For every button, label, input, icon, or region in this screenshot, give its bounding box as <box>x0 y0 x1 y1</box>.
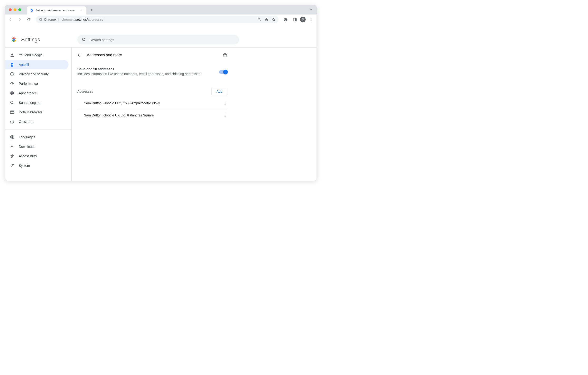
tab-strip: Settings - Addresses and more <box>5 5 317 14</box>
sidebar-item-downloads[interactable]: Downloads <box>5 142 69 151</box>
globe-icon <box>10 135 14 140</box>
sidebar-item-label: Search engine <box>19 101 40 105</box>
svg-point-21 <box>225 56 225 56</box>
sidebar-item-label: On startup <box>19 120 34 123</box>
svg-point-8 <box>311 20 311 21</box>
sidebar-item-system[interactable]: System <box>5 161 69 170</box>
svg-point-14 <box>11 53 13 55</box>
svg-rect-17 <box>10 111 14 114</box>
more-icon[interactable] <box>223 101 227 105</box>
extensions-button[interactable] <box>282 16 289 23</box>
sidebar: You and GoogleAutofillPrivacy and securi… <box>5 48 72 181</box>
sidebar-item-label: Accessibility <box>19 154 37 158</box>
sidebar-item-appearance[interactable]: Appearance <box>5 88 69 98</box>
tab-title: Settings - Addresses and more <box>35 9 78 12</box>
toolbar: Chrome | chrome://settings/addresses S <box>5 14 317 24</box>
more-icon[interactable] <box>223 113 227 117</box>
tabs-dropdown[interactable] <box>308 7 314 13</box>
share-icon[interactable] <box>264 18 268 21</box>
speed-icon <box>10 81 14 86</box>
svg-point-23 <box>225 103 225 104</box>
sidebar-item-you-and-google[interactable]: You and Google <box>5 50 69 60</box>
sidebar-item-default-browser[interactable]: Default browser <box>5 107 69 117</box>
panel: Addresses and more Save and fill address… <box>72 48 233 181</box>
browser-icon <box>10 110 14 114</box>
toggle-title: Save and fill addresses <box>77 67 215 71</box>
settings-header: Settings <box>5 32 317 47</box>
window-minimize[interactable] <box>14 8 16 11</box>
url-text: chrome://settings/addresses <box>61 18 103 21</box>
address-text: Sam Dutton, Google UK Ltd, 6 Pancras Squ… <box>84 113 154 117</box>
add-address-button[interactable]: Add <box>211 88 227 95</box>
reload-button[interactable] <box>25 16 32 23</box>
chrome-logo <box>11 36 17 43</box>
panel-title: Addresses and more <box>87 53 218 57</box>
svg-point-1 <box>40 19 41 20</box>
address-row[interactable]: Sam Dutton, Google UK Ltd, 6 Pancras Squ… <box>77 109 227 121</box>
sidebar-item-label: Default browser <box>19 110 42 114</box>
sidebar-item-label: System <box>19 164 30 168</box>
sidebar-item-performance[interactable]: Performance <box>5 79 69 88</box>
close-icon[interactable] <box>80 9 84 12</box>
search-icon <box>82 37 86 42</box>
svg-point-25 <box>225 114 225 114</box>
clipboard-icon <box>10 62 14 67</box>
svg-point-12 <box>13 39 15 41</box>
gear-icon <box>30 9 33 12</box>
sidebar-item-label: Appearance <box>19 91 37 95</box>
page-title: Settings <box>21 37 40 43</box>
main-content: Addresses and more Save and fill address… <box>72 48 317 181</box>
svg-point-27 <box>225 116 225 117</box>
sidebar-item-search-engine[interactable]: Search engine <box>5 98 69 107</box>
svg-point-19 <box>12 154 12 155</box>
profile-avatar[interactable]: S <box>300 17 306 22</box>
sidebar-item-privacy-and-security[interactable]: Privacy and security <box>5 69 69 79</box>
svg-point-22 <box>225 101 225 102</box>
zoom-icon[interactable] <box>257 18 261 21</box>
tab-settings[interactable]: Settings - Addresses and more <box>27 6 86 14</box>
forward-button[interactable] <box>16 16 23 23</box>
svg-rect-5 <box>295 18 296 21</box>
new-tab-button[interactable] <box>88 6 95 13</box>
accessibility-icon <box>10 154 14 159</box>
save-addresses-toggle[interactable] <box>219 70 227 74</box>
svg-point-7 <box>311 19 311 20</box>
help-icon[interactable] <box>223 53 227 58</box>
search-icon <box>10 100 14 105</box>
search-input[interactable] <box>90 38 235 42</box>
sidebar-item-label: Downloads <box>19 145 35 149</box>
omnibox[interactable]: Chrome | chrome://settings/addresses <box>36 16 279 23</box>
sidebar-item-accessibility[interactable]: Accessibility <box>5 151 69 161</box>
sidebar-item-label: You and Google <box>19 53 42 57</box>
omnibox-chip-label: Chrome <box>44 18 56 21</box>
wrench-icon <box>10 163 14 168</box>
svg-point-26 <box>225 115 225 116</box>
sidebar-item-on-startup[interactable]: On startup <box>5 117 69 126</box>
download-icon <box>10 144 14 149</box>
save-addresses-toggle-row: Save and fill addresses Includes informa… <box>77 63 227 79</box>
overflow-menu[interactable] <box>307 16 315 23</box>
sidebar-item-label: Languages <box>19 135 35 139</box>
back-button[interactable] <box>7 16 14 23</box>
browser-window: Settings - Addresses and more Chrome <box>5 5 317 181</box>
sidebar-item-languages[interactable]: Languages <box>5 132 69 142</box>
sidebar-item-label: Privacy and security <box>19 72 49 76</box>
panel-back-button[interactable] <box>77 53 82 58</box>
address-list: Sam Dutton, Google LLC, 1600 Amphitheatr… <box>77 97 227 121</box>
search-settings[interactable] <box>77 35 239 44</box>
sidebar-item-autofill[interactable]: Autofill <box>5 60 69 69</box>
address-row[interactable]: Sam Dutton, Google LLC, 1600 Amphitheatr… <box>77 97 227 109</box>
window-close[interactable] <box>9 8 12 11</box>
site-chip: Chrome <box>39 18 56 21</box>
window-maximize[interactable] <box>18 8 21 11</box>
sidebar-item-label: Performance <box>19 82 38 86</box>
person-icon <box>10 53 14 58</box>
address-text: Sam Dutton, Google LLC, 1600 Amphitheatr… <box>84 101 160 105</box>
traffic-lights <box>9 8 21 11</box>
star-icon[interactable] <box>272 18 276 22</box>
sidepanel-button[interactable] <box>291 16 299 23</box>
svg-point-24 <box>225 104 225 105</box>
svg-point-15 <box>12 84 13 84</box>
power-icon <box>10 119 14 124</box>
palette-icon <box>10 91 14 96</box>
